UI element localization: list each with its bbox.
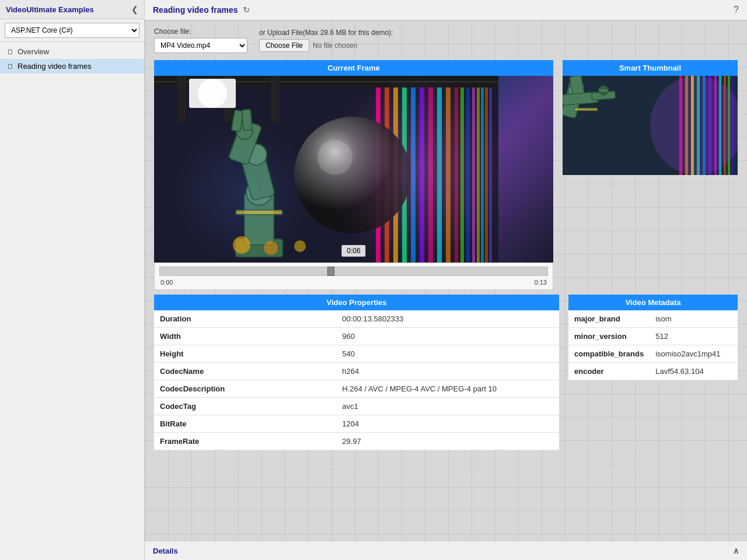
table-row: CodecNameh264 [154,363,559,380]
file-icon: 🗋 [7,62,14,71]
details-footer[interactable]: Details ∧ [145,541,747,560]
video-placeholder: 0:06 [154,76,553,262]
table-row: CodecDescriptionH.264 / AVC / MPEG-4 AVC… [154,380,559,398]
framework-select-wrap: ASP.NET Core (C#) ASP.NET (C#) ASP.NET V… [0,19,144,42]
help-icon[interactable]: ? [734,5,739,15]
prop-value: 960 [336,328,559,345]
details-chevron-icon[interactable]: ∧ [733,546,739,555]
svg-point-24 [198,79,227,108]
svg-rect-22 [271,76,280,123]
prop-value[interactable]: h264 [336,363,559,380]
sidebar-header: VideoUltimate Examples ❮ [0,0,144,19]
prop-value: 540 [336,345,559,363]
meta-value[interactable]: Lavf54.63.104 [650,363,738,380]
video-properties-table: Duration00:00:13.5802333Width960Height54… [154,310,559,450]
svg-rect-60 [599,89,608,92]
sidebar-item-label: Overview [18,47,49,56]
video-svg [154,76,498,262]
table-row: Width960 [154,328,559,345]
file-select[interactable]: MP4 Video.mp4 AVI Video.avi MKV Video.mk… [154,38,247,53]
prop-value[interactable]: 1204 [336,415,559,433]
meta-key: encoder [568,363,650,380]
prop-value: 00:00:13.5802333 [336,310,559,328]
prop-key: FrameRate [154,433,336,450]
svg-rect-61 [574,108,598,111]
details-label: Details [153,547,178,555]
prop-value: avc1 [336,398,559,415]
upload-label: or Upload File(Max 28.6 MB for this demo… [259,29,393,37]
table-row: minor_version512 [568,328,738,345]
meta-value: 512 [650,328,738,345]
file-controls-row: Choose file: MP4 Video.mp4 AVI Video.avi… [154,27,738,53]
smart-thumbnail-panel: Smart Thumbnail [563,60,738,175]
current-frame-panel: Current Frame [154,60,553,290]
time-badge: 0:06 [341,245,365,257]
table-row: major_brandisom [568,310,738,328]
current-frame-header: Current Frame [154,60,553,76]
prop-key: Height [154,345,336,363]
smart-thumbnail-header: Smart Thumbnail [563,60,738,76]
video-timeline-slider[interactable] [159,267,548,276]
table-row: encoderLavf54.63.104 [568,363,738,380]
table-row: CodecTagavc1 [154,398,559,415]
meta-key: minor_version [568,328,650,345]
main-header-title-group: Reading video frames ↻ [153,5,250,15]
main-header: Reading video frames ↻ ? [145,0,747,20]
prop-key: BitRate [154,415,336,433]
svg-rect-20 [177,76,186,123]
thumbnail-svg [563,76,738,175]
table-row: FrameRate29.97 [154,433,559,450]
thumbnail-image [563,76,738,175]
sidebar: VideoUltimate Examples ❮ ASP.NET Core (C… [0,0,145,560]
meta-key: major_brand [568,310,650,328]
video-panels-row: Current Frame [154,60,738,290]
no-file-text: No file chosen [313,41,357,50]
video-container: 0:06 [154,76,553,262]
slider-wrap [159,267,548,278]
sidebar-nav: 🗋 Overview 🗋 Reading video frames [0,42,144,76]
file-choose-section: Choose file: MP4 Video.mp4 AVI Video.avi… [154,27,247,53]
refresh-icon[interactable]: ↻ [243,5,250,15]
prop-value: 29.97 [336,433,559,450]
table-row: compatible_brandsisomiso2avc1mp41 [568,345,738,363]
sidebar-item-overview[interactable]: 🗋 Overview [0,44,144,59]
prop-key: Width [154,328,336,345]
file-icon: 🗋 [7,48,14,56]
svg-point-41 [172,123,312,262]
video-properties-panel: Video Properties Duration00:00:13.580233… [154,295,559,450]
choose-file-button[interactable]: Choose File [259,39,309,52]
meta-value: isom [650,310,738,328]
table-row: BitRate1204 [154,415,559,433]
table-row: Duration00:00:13.5802333 [154,310,559,328]
file-upload-section: or Upload File(Max 28.6 MB for this demo… [259,29,393,52]
sidebar-item-reading-video-frames[interactable]: 🗋 Reading video frames [0,59,144,74]
video-metadata-header: Video Metadata [568,295,738,310]
time-end: 0:13 [535,279,547,286]
file-upload-controls: Choose File No file chosen [259,39,393,52]
sidebar-item-label: Reading video frames [18,62,91,71]
choose-file-label: Choose file: [154,27,247,36]
meta-key: compatible_brands [568,345,650,363]
video-properties-header: Video Properties [154,295,559,310]
thumbnail-placeholder [563,76,738,175]
main-body: Choose file: MP4 Video.mp4 AVI Video.avi… [145,20,747,541]
prop-key: CodecName [154,363,336,380]
prop-key: Duration [154,310,336,328]
framework-select[interactable]: ASP.NET Core (C#) ASP.NET (C#) ASP.NET V… [5,23,139,38]
prop-value: H.264 / AVC / MPEG-4 AVC / MPEG-4 part 1… [336,380,559,398]
video-metadata-panel: Video Metadata major_brandisomminor_vers… [568,295,738,450]
prop-key: CodecTag [154,398,336,415]
tables-row: Video Properties Duration00:00:13.580233… [154,295,738,450]
video-metadata-table: major_brandisomminor_version512compatibl… [568,310,738,380]
meta-value: isomiso2avc1mp41 [650,345,738,363]
time-start: 0:00 [160,279,173,286]
page-title: Reading video frames [153,5,238,15]
svg-point-39 [294,240,306,252]
main-content: Reading video frames ↻ ? Choose file: MP… [145,0,747,560]
slider-section: 0:00 0:13 [154,262,553,290]
table-row: Height540 [154,345,559,363]
slider-times: 0:00 0:13 [159,279,548,286]
prop-key: CodecDescription [154,380,336,398]
sidebar-title: VideoUltimate Examples [6,5,94,14]
sidebar-collapse-icon[interactable]: ❮ [131,5,138,14]
